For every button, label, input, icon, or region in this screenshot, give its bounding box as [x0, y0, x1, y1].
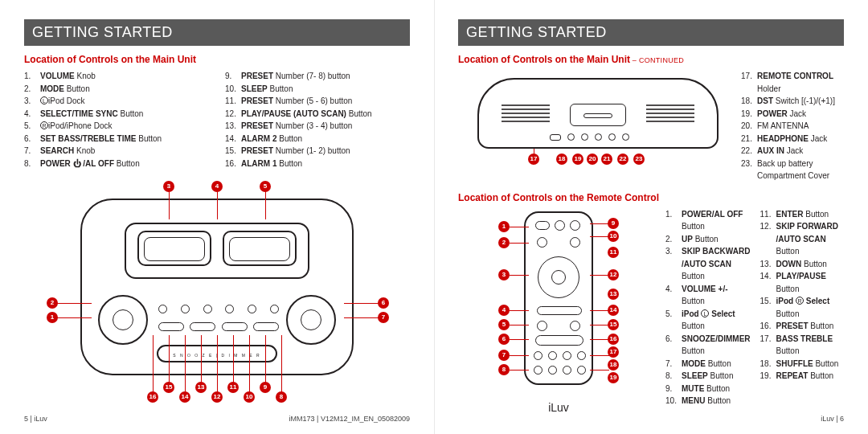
list-item: ENTER Button: [760, 208, 844, 221]
list-item: AUX IN Jack: [741, 145, 844, 158]
list-item: REPEAT Button: [760, 370, 844, 383]
remote-list-2: ENTER ButtonSKIP FORWARD /AUTO SCAN Butt…: [760, 208, 844, 383]
callout-19: 19: [572, 154, 583, 165]
rc-mute: [555, 220, 565, 231]
list-item: DOWN Button: [760, 258, 844, 271]
callout-22: 22: [617, 154, 628, 165]
speaker-grille-left: [502, 102, 550, 128]
rc-co-12: 12: [608, 269, 619, 280]
list-item: RiPod/iPhone Dock: [24, 120, 209, 133]
callout-8: 8: [276, 391, 287, 403]
list-col2: PRESET Number (7- 8) buttonSLEEP ButtonP…: [225, 70, 410, 170]
list-item: MUTE Button: [665, 383, 751, 395]
dock-left: [137, 231, 211, 266]
page-header: GETTING STARTED: [458, 19, 844, 46]
callout-4: 4: [211, 181, 223, 192]
remote-diagram: iLuv 1 2 3 4 5 6 7 8 9 10 11 12 13 14 15…: [458, 211, 659, 396]
footer-right-page: iLuv | 6: [458, 415, 844, 423]
dock-right: [223, 231, 297, 266]
list-item: SKIP BACKWARD /AUTO SCAN Button: [665, 245, 751, 283]
volume-knob: [98, 295, 148, 345]
rc-co-19: 19: [608, 372, 619, 383]
rc-menu: [570, 220, 580, 231]
list-item: POWER Jack: [741, 108, 844, 121]
rc-co-17: 17: [608, 346, 619, 358]
rear-outline: [477, 78, 719, 149]
main-unit-diagram: S N O O Z E | D I M M E R 3 4 5 1 2 6 7: [24, 174, 410, 407]
callout-17: 17: [528, 154, 539, 165]
rear-view-diagram: 17 18 19 20 21 22 23: [469, 70, 733, 158]
list-item: iPod L Select Button: [665, 308, 751, 333]
rc-co-8: 8: [498, 364, 510, 375]
rc-snooze: [535, 335, 583, 346]
list-item: VOLUME Knob: [24, 70, 209, 83]
page-header: GETTING STARTED: [24, 19, 410, 46]
list-item: POWER ⏻ /AL OFF Button: [24, 158, 209, 170]
subtitle-remote: Location of Controls on the Remote Contr…: [458, 192, 844, 203]
callout-10: 10: [244, 391, 255, 403]
rear-jacks: [550, 133, 629, 141]
list-item: PRESET Number (1- 2) button: [225, 145, 410, 158]
rc-co-14: 14: [608, 305, 619, 316]
page-5: GETTING STARTED Location of Controls on …: [0, 0, 434, 434]
rc-co-15: 15: [608, 319, 619, 330]
remote-holder-slot: [570, 104, 626, 126]
list-item: PLAY/PAUSE (AUTO SCAN) Button: [225, 108, 410, 121]
callout-3: 3: [163, 181, 174, 192]
list-item: MODE Button: [24, 83, 209, 96]
list-item: HEADPHONE Jack: [741, 133, 844, 145]
list-item: BASS TREBLE Button: [760, 333, 844, 358]
callout-12: 12: [211, 391, 223, 403]
main-unit-list: VOLUME KnobMODE ButtonLiPod Dock SELECT/…: [24, 70, 410, 170]
callout-11: 11: [227, 382, 239, 393]
list-item: MODE Button: [665, 358, 751, 371]
callout-16: 16: [147, 391, 158, 403]
list-item: SLEEP Button: [665, 370, 751, 383]
list-item: UP Button: [665, 233, 751, 246]
list-item: REMOTE CONTROL Holder: [741, 70, 844, 95]
callout-21: 21: [601, 154, 612, 165]
rc-co-1: 1: [498, 221, 510, 232]
speaker-grille-right: [646, 102, 694, 128]
rc-co-18: 18: [608, 359, 619, 371]
callout-6: 6: [378, 297, 389, 309]
rc-dpad: [538, 256, 579, 298]
list-item: SKIP FORWARD /AUTO SCAN Button: [760, 220, 844, 258]
rc-vol: [537, 306, 582, 315]
callout-18: 18: [556, 154, 567, 165]
list-item: DST Switch [(-1)/(+1)]: [741, 95, 844, 108]
rc-aloff: [535, 221, 550, 230]
rc-co-16: 16: [608, 334, 619, 345]
list-item: ALARM 1 Button: [225, 158, 410, 170]
list-col1: VOLUME KnobMODE ButtonLiPod Dock SELECT/…: [24, 70, 209, 170]
list-item: PRESET Button: [760, 320, 844, 333]
rc-co-13: 13: [608, 289, 619, 300]
dock-well: [125, 223, 309, 279]
dst-switch: [550, 134, 561, 141]
list-item: VOLUME +/- Button: [665, 283, 751, 308]
list-item: ALARM 2 Button: [225, 133, 410, 145]
rc-co-11: 11: [608, 247, 619, 258]
callout-20: 20: [587, 154, 598, 165]
remote-outline: [524, 211, 593, 385]
list-item: SEARCH Knob: [24, 145, 209, 158]
list-item: SNOOZE/DIMMER Button: [665, 333, 751, 358]
list-item: SHUFFLE Button: [760, 358, 844, 371]
callout-1: 1: [47, 312, 58, 323]
list-item: PLAY/PAUSE Button: [760, 270, 844, 295]
page-divider: [434, 0, 435, 434]
list-item: PRESET Number (5 - 6) button: [225, 95, 410, 108]
rc-co-4: 4: [498, 305, 510, 316]
rear-list: REMOTE CONTROL HolderDST Switch [(-1)/(+…: [741, 70, 844, 182]
list-item: iPod R Select Button: [760, 295, 844, 320]
list-item: SLEEP Button: [225, 83, 410, 96]
callout-15: 15: [163, 382, 174, 393]
list-item: SELECT/TIME SYNC Button: [24, 108, 209, 121]
callout-2: 2: [47, 297, 58, 309]
remote-list-1: POWER/AL OFF ButtonUP ButtonSKIP BACKWAR…: [665, 208, 751, 407]
rc-co-5: 5: [498, 319, 510, 330]
rc-co-9: 9: [608, 218, 619, 229]
rc-co-10: 10: [608, 231, 619, 242]
preset-pill-row: [158, 322, 279, 331]
rc-co-7: 7: [498, 350, 510, 361]
